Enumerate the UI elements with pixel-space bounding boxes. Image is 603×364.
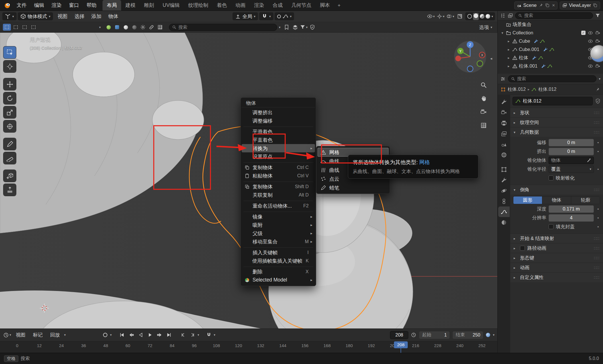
- outliner-row[interactable]: ▸ 柱体.001 ✓: [498, 62, 603, 70]
- context-menu-item[interactable]: 平滑着色 ▸: [242, 127, 315, 136]
- tab-tool[interactable]: [498, 97, 510, 107]
- matcap-sphere-icon[interactable]: [130, 23, 139, 31]
- previous-keyframe-button[interactable]: [127, 331, 136, 339]
- outliner-row[interactable]: ▸ Cube.001 ✓: [498, 45, 603, 54]
- outliner-row[interactable]: 场景集合 ✓: [498, 20, 603, 29]
- offset-field[interactable]: 0 m: [549, 139, 594, 146]
- main-menu[interactable]: 编辑: [30, 0, 48, 11]
- taper-object-field[interactable]: 物体: [549, 157, 594, 164]
- workspace-tab[interactable]: 脚本: [316, 0, 334, 11]
- overlays-dropdown[interactable]: ▾: [446, 13, 454, 20]
- zoom-icon[interactable]: [479, 80, 488, 90]
- expand-chevron-icon[interactable]: ▸: [507, 56, 511, 60]
- bevel-resolution-field[interactable]: 4: [549, 214, 594, 222]
- bevel-mode-button[interactable]: 圆形: [513, 196, 542, 204]
- timeline-ruler[interactable]: 0122436486072849610812013214415616818019…: [0, 341, 497, 353]
- search-input[interactable]: [178, 25, 274, 30]
- move-tool[interactable]: [3, 78, 16, 90]
- expand-chevron-icon[interactable]: ▾: [500, 31, 505, 35]
- workspace-tab[interactable]: 雕刻: [140, 0, 158, 11]
- options-dropdown[interactable]: 选项▾: [477, 23, 494, 31]
- jump-to-end-button[interactable]: [165, 331, 174, 339]
- context-menu-item[interactable]: 复制物体 Ctrl C ▸: [242, 163, 315, 172]
- viewlayer-selector[interactable]: ViewLayer: [560, 1, 600, 9]
- tab-material[interactable]: [498, 217, 510, 228]
- navigation-gizmo[interactable]: Z Y X: [452, 38, 488, 75]
- animate-dot[interactable]: •: [596, 167, 600, 172]
- tab-object-data[interactable]: [498, 206, 510, 217]
- viewport-menu[interactable]: 选择: [71, 13, 88, 20]
- bevel-depth-field[interactable]: 0.171 m: [549, 205, 594, 213]
- next-keyframe-button[interactable]: [155, 331, 164, 339]
- datablock-name-field[interactable]: 柱体.012: [513, 97, 593, 105]
- outliner-row[interactable]: ▸ Cube ✓: [498, 37, 603, 45]
- render-visibility-camera-icon[interactable]: [595, 64, 600, 69]
- checker-icon[interactable]: [156, 23, 164, 31]
- camera-view-icon[interactable]: [479, 107, 488, 117]
- extrude-field[interactable]: 0 m: [549, 148, 594, 155]
- rotate-tool[interactable]: [3, 92, 16, 104]
- cursor-tool[interactable]: [3, 60, 16, 72]
- properties-search-input[interactable]: [517, 76, 594, 81]
- measure-tool[interactable]: [3, 152, 16, 164]
- context-menu-item[interactable]: 设置原点 ▸: [242, 152, 315, 161]
- sync-dropdown-icon[interactable]: ▾: [493, 333, 494, 337]
- snap-magnet-icon[interactable]: [204, 331, 213, 339]
- rendered-shading-button[interactable]: [486, 14, 490, 19]
- search-dropdown-icon[interactable]: ▾: [279, 26, 281, 29]
- viewport-menu[interactable]: 物体: [105, 13, 122, 20]
- current-frame-field[interactable]: 208: [390, 331, 408, 339]
- main-menu[interactable]: 帮助: [83, 0, 100, 11]
- wireframe-shading-button[interactable]: [467, 14, 472, 19]
- tab-modifiers[interactable]: [498, 175, 510, 185]
- properties-search[interactable]: [508, 75, 596, 82]
- workspace-tab[interactable]: 渲染: [250, 0, 268, 11]
- transform-orientation-dropdown[interactable]: 全局▾: [232, 12, 258, 20]
- gizmo-x-neg-axis[interactable]: [455, 56, 461, 61]
- frame-forward-button[interactable]: [188, 331, 197, 339]
- viewport-menu[interactable]: 视图: [54, 13, 71, 20]
- proportional-edit-toggle[interactable]: ▾: [275, 12, 294, 20]
- expand-chevron-icon[interactable]: ▸: [507, 48, 511, 52]
- start-frame-field[interactable]: 起始1: [419, 331, 450, 339]
- select-mode-subtract-button[interactable]: [21, 24, 29, 31]
- animate-dot[interactable]: •: [596, 140, 600, 145]
- asset-stack-icon[interactable]: [291, 23, 299, 31]
- main-menu[interactable]: 窗口: [65, 0, 83, 11]
- gizmo-z-neg-axis[interactable]: [467, 66, 473, 72]
- context-menu-item[interactable]: 平直着色 ▸: [242, 136, 315, 144]
- visibility-eye-icon[interactable]: [588, 39, 593, 44]
- section-custom-properties[interactable]: ▸自定义属性∷∷: [510, 272, 603, 282]
- properties-editor-icon[interactable]: [500, 76, 506, 82]
- unlink-scene-icon[interactable]: ×: [551, 3, 555, 8]
- map-taper-checkbox[interactable]: [549, 176, 553, 180]
- path-animation-checkbox[interactable]: [520, 246, 525, 251]
- display-mode-icon[interactable]: [508, 13, 513, 18]
- section-animation[interactable]: ▸动画∷∷: [510, 263, 603, 272]
- link-icon[interactable]: [147, 23, 156, 31]
- playhead[interactable]: 208: [394, 341, 408, 348]
- viewport-search[interactable]: [169, 24, 277, 31]
- exclude-checkbox[interactable]: ✓: [581, 31, 586, 35]
- taper-radius-dropdown[interactable]: 覆盖▾: [549, 166, 594, 173]
- workspace-tab[interactable]: 合成: [268, 0, 287, 11]
- viewport-menu[interactable]: 添加: [88, 13, 105, 20]
- expand-chevron-icon[interactable]: ▸: [507, 39, 511, 43]
- section-texture-space[interactable]: ▸纹理空间∷∷: [510, 117, 603, 127]
- pan-hand-icon[interactable]: [479, 94, 488, 103]
- editor-type-selector[interactable]: ▾: [2, 12, 17, 20]
- timeline-menu[interactable]: 回放: [46, 332, 64, 338]
- workspace-tab[interactable]: 动画: [231, 0, 250, 11]
- add-primitive-tool[interactable]: [3, 170, 16, 182]
- ortho-grid-icon[interactable]: [479, 121, 488, 130]
- context-menu-item[interactable]: 关联复制 Alt D ▸: [242, 191, 315, 199]
- timeline-editor-icon[interactable]: ▾: [3, 331, 11, 339]
- render-visibility-camera-icon[interactable]: [595, 39, 600, 44]
- tab-view-layer[interactable]: [498, 128, 510, 139]
- end-frame-field[interactable]: 结束250: [452, 331, 483, 339]
- workspace-tab[interactable]: 着色: [212, 0, 231, 11]
- tab-physics[interactable]: [498, 185, 510, 196]
- visibility-dropdown[interactable]: ▾: [426, 13, 435, 20]
- select-mode-tweak-button[interactable]: [3, 24, 11, 31]
- context-menu-item[interactable]: 调整挤出 ▸: [242, 108, 315, 117]
